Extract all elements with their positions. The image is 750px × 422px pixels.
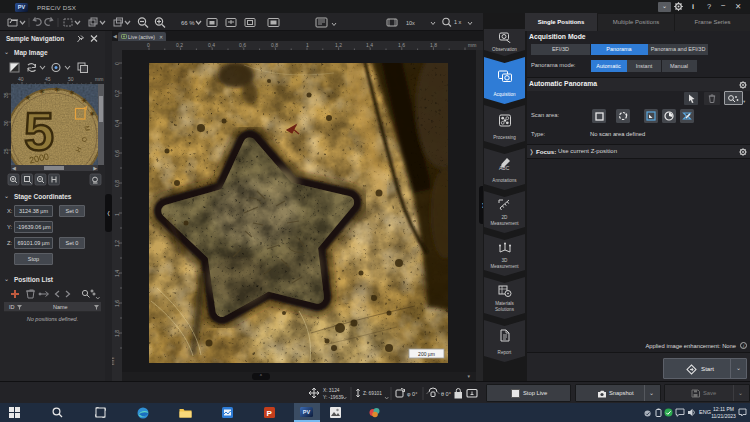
svg-text:10x: 10x [406, 20, 415, 26]
svg-text:5: 5 [24, 101, 54, 161]
svg-text:1,8: 1,8 [114, 330, 120, 337]
svg-text:0,8: 0,8 [114, 180, 120, 187]
svg-text:1,2: 1,2 [335, 42, 342, 48]
svg-text:✶: ✶ [54, 86, 60, 93]
svg-text:1,6: 1,6 [398, 42, 405, 48]
svg-text:О: О [81, 137, 88, 143]
svg-text:✶: ✶ [69, 89, 75, 96]
svg-text:mm: mm [112, 357, 115, 365]
svg-text:40: 40 [18, 76, 24, 82]
svg-text:0: 0 [114, 62, 120, 65]
svg-text:φ 0°: φ 0° [407, 391, 417, 397]
svg-text:0,6: 0,6 [239, 42, 246, 48]
svg-text:25: 25 [3, 148, 9, 154]
svg-text:45: 45 [45, 76, 51, 82]
svg-text:0: 0 [147, 42, 150, 48]
svg-text:mm: mm [95, 76, 103, 82]
svg-text:1,6: 1,6 [114, 300, 120, 307]
svg-text:30: 30 [3, 120, 9, 126]
svg-text:66 %: 66 % [181, 20, 195, 26]
svg-text:1,2: 1,2 [114, 240, 120, 247]
svg-text:1,4: 1,4 [366, 42, 373, 48]
svg-text:35: 35 [3, 92, 9, 98]
svg-text:θ 0°: θ 0° [441, 391, 451, 397]
svg-text:✶: ✶ [39, 88, 45, 95]
svg-text:1: 1 [306, 42, 309, 48]
svg-text:mm: mm [468, 42, 476, 48]
svg-text:0,6: 0,6 [114, 150, 120, 157]
svg-text:50: 50 [68, 76, 74, 82]
svg-text:X: 3124: X: 3124 [323, 388, 340, 393]
svg-text:Y: -19639: Y: -19639 [323, 395, 344, 400]
svg-text:1: 1 [114, 213, 120, 216]
svg-text:200 µm: 200 µm [418, 351, 435, 357]
svg-text:ABC: ABC [499, 165, 510, 171]
svg-text:0,2: 0,2 [114, 90, 120, 97]
svg-text:1,4: 1,4 [114, 270, 120, 277]
svg-text:P: P [267, 409, 273, 418]
svg-text:1,8: 1,8 [430, 42, 437, 48]
svg-text:Z: 69101: Z: 69101 [363, 391, 382, 396]
svg-text:1 x: 1 x [454, 19, 462, 25]
svg-text:0,4: 0,4 [114, 120, 120, 127]
svg-text:0,8: 0,8 [271, 42, 278, 48]
svg-text:0,2: 0,2 [176, 42, 183, 48]
svg-text:0,4: 0,4 [208, 42, 215, 48]
